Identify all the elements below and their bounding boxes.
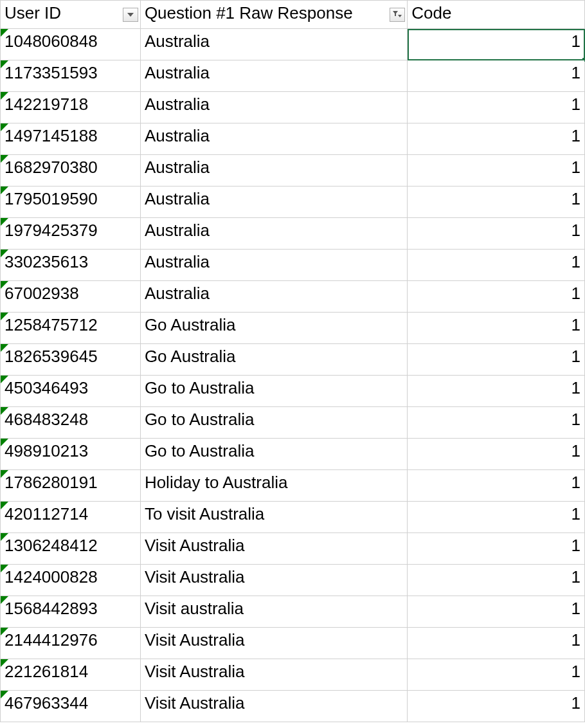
- cell-response[interactable]: Holiday to Australia: [140, 470, 407, 502]
- table-row: 1795019590Australia1: [1, 187, 585, 218]
- cell-code-value: 1: [572, 32, 580, 51]
- cell-code[interactable]: 1: [408, 659, 585, 691]
- table-row: 1048060848Australia1: [1, 29, 585, 60]
- svg-marker-2: [398, 15, 402, 17]
- cell-response[interactable]: Australia: [140, 155, 407, 187]
- error-indicator-icon: [1, 313, 8, 320]
- cell-user-id[interactable]: 142219718: [1, 92, 141, 123]
- cell-user-id[interactable]: 1682970380: [1, 155, 141, 187]
- cell-user-id[interactable]: 1258475712: [1, 313, 141, 344]
- cell-response[interactable]: Australia: [140, 281, 407, 313]
- header-cell-response[interactable]: Question #1 Raw Response: [140, 1, 407, 29]
- cell-response[interactable]: Visit Australia: [140, 628, 407, 659]
- cell-user-id-value: 468483248: [4, 410, 88, 429]
- error-indicator-icon: [1, 123, 8, 131]
- cell-code[interactable]: 1: [408, 250, 585, 281]
- cell-code-value: 1: [572, 536, 580, 555]
- cell-user-id[interactable]: 1306248412: [1, 533, 141, 565]
- cell-user-id[interactable]: 467963344: [1, 691, 141, 722]
- cell-response[interactable]: Go Australia: [140, 344, 407, 376]
- error-indicator-icon: [1, 29, 8, 37]
- cell-code[interactable]: 1: [408, 29, 585, 60]
- error-indicator-icon: [1, 691, 8, 698]
- cell-code[interactable]: 1: [408, 439, 585, 470]
- cell-response[interactable]: Australia: [140, 218, 407, 250]
- cell-code-value: 1: [572, 158, 580, 177]
- cell-code[interactable]: 1: [408, 502, 585, 533]
- cell-code-value: 1: [572, 662, 580, 681]
- filter-dropdown-button-user-id[interactable]: [123, 8, 138, 22]
- cell-response-value: Holiday to Australia: [145, 473, 288, 492]
- cell-response-value: Australia: [145, 158, 210, 177]
- error-indicator-icon: [1, 439, 8, 446]
- cell-response[interactable]: Visit Australia: [140, 565, 407, 596]
- table-row: 450346493Go to Australia1: [1, 376, 585, 407]
- cell-user-id[interactable]: 2144412976: [1, 628, 141, 659]
- cell-code[interactable]: 1: [408, 628, 585, 659]
- cell-user-id[interactable]: 1795019590: [1, 187, 141, 218]
- cell-response[interactable]: Go to Australia: [140, 376, 407, 407]
- header-cell-code[interactable]: Code: [408, 1, 585, 29]
- cell-user-id-value: 420112714: [4, 504, 88, 523]
- cell-response[interactable]: Visit Australia: [140, 659, 407, 691]
- cell-code[interactable]: 1: [408, 187, 585, 218]
- cell-user-id[interactable]: 498910213: [1, 439, 141, 470]
- cell-response[interactable]: Australia: [140, 187, 407, 218]
- cell-response-value: Australia: [145, 189, 210, 208]
- cell-user-id[interactable]: 1424000828: [1, 565, 141, 596]
- cell-code[interactable]: 1: [408, 596, 585, 628]
- cell-user-id[interactable]: 1048060848: [1, 29, 141, 60]
- error-indicator-icon: [1, 60, 8, 68]
- cell-response[interactable]: Visit Australia: [140, 533, 407, 565]
- cell-code[interactable]: 1: [408, 60, 585, 92]
- cell-user-id[interactable]: 67002938: [1, 281, 141, 313]
- cell-code[interactable]: 1: [408, 123, 585, 155]
- cell-code[interactable]: 1: [408, 344, 585, 376]
- cell-response[interactable]: Go Australia: [140, 313, 407, 344]
- cell-code[interactable]: 1: [408, 281, 585, 313]
- cell-user-id[interactable]: 1497145188: [1, 123, 141, 155]
- cell-user-id[interactable]: 330235613: [1, 250, 141, 281]
- cell-user-id-value: 1173351593: [4, 63, 98, 82]
- cell-code-value: 1: [572, 504, 580, 523]
- cell-response[interactable]: Visit Australia: [140, 691, 407, 722]
- cell-code-value: 1: [572, 599, 580, 618]
- cell-response[interactable]: To visit Australia: [140, 502, 407, 533]
- cell-user-id[interactable]: 221261814: [1, 659, 141, 691]
- cell-user-id[interactable]: 1786280191: [1, 470, 141, 502]
- cell-response[interactable]: Go to Australia: [140, 407, 407, 439]
- cell-user-id[interactable]: 450346493: [1, 376, 141, 407]
- cell-code[interactable]: 1: [408, 92, 585, 123]
- cell-code[interactable]: 1: [408, 470, 585, 502]
- filter-active-button-response[interactable]: [390, 8, 405, 22]
- cell-code[interactable]: 1: [408, 407, 585, 439]
- cell-code[interactable]: 1: [408, 691, 585, 722]
- cell-code[interactable]: 1: [408, 313, 585, 344]
- cell-response[interactable]: Australia: [140, 60, 407, 92]
- table-row: 1173351593Australia1: [1, 60, 585, 92]
- error-indicator-icon: [1, 92, 8, 100]
- cell-user-id[interactable]: 1173351593: [1, 60, 141, 92]
- cell-code-value: 1: [572, 252, 580, 271]
- cell-code[interactable]: 1: [408, 155, 585, 187]
- cell-response-value: Australia: [145, 252, 210, 271]
- cell-response[interactable]: Australia: [140, 250, 407, 281]
- cell-response[interactable]: Australia: [140, 92, 407, 123]
- header-cell-user-id[interactable]: User ID: [1, 1, 141, 29]
- cell-response[interactable]: Australia: [140, 29, 407, 60]
- cell-user-id[interactable]: 1568442893: [1, 596, 141, 628]
- cell-response[interactable]: Australia: [140, 123, 407, 155]
- cell-response[interactable]: Go to Australia: [140, 439, 407, 470]
- cell-user-id[interactable]: 420112714: [1, 502, 141, 533]
- cell-code[interactable]: 1: [408, 533, 585, 565]
- cell-code[interactable]: 1: [408, 565, 585, 596]
- cell-code-value: 1: [572, 126, 580, 145]
- cell-user-id[interactable]: 1826539645: [1, 344, 141, 376]
- cell-code[interactable]: 1: [408, 376, 585, 407]
- cell-user-id[interactable]: 1979425379: [1, 218, 141, 250]
- cell-user-id[interactable]: 468483248: [1, 407, 141, 439]
- cell-code[interactable]: 1: [408, 218, 585, 250]
- table-row: 221261814Visit Australia1: [1, 659, 585, 691]
- cell-code-value: 1: [572, 567, 580, 587]
- cell-response[interactable]: Visit australia: [140, 596, 407, 628]
